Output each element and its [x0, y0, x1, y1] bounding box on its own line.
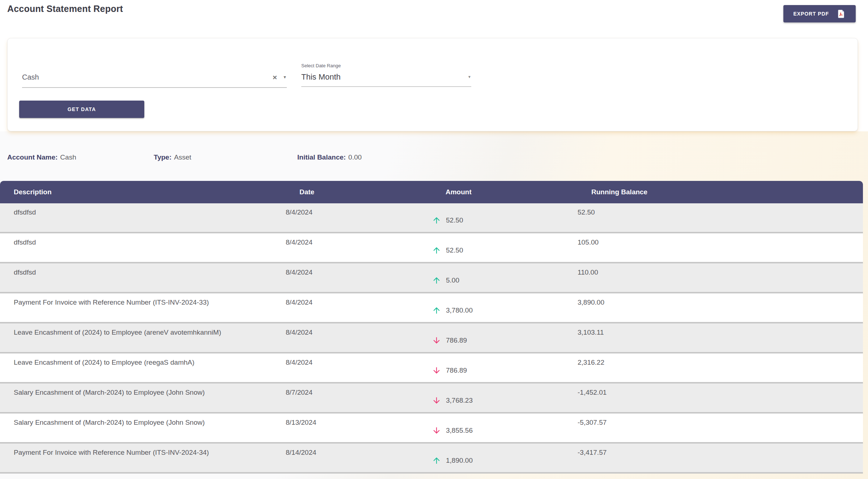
- description-cell: Salary Encashment of (March-2024) to Emp…: [0, 414, 286, 442]
- table-row: dfsdfsd 8/4/2024 52.50 52.50: [0, 203, 863, 233]
- get-data-button[interactable]: GET DATA: [19, 101, 144, 118]
- description-cell: dfsdfsd: [0, 203, 286, 232]
- table-row: dfsdfsd 8/4/2024 52.50 105.00: [0, 233, 863, 263]
- initial-balance-info: Initial Balance:0.00: [297, 153, 362, 161]
- arrow-up-icon: [432, 246, 441, 255]
- table-body: dfsdfsd 8/4/2024 52.50 52.50 dfsdfsd 8/4…: [0, 203, 863, 474]
- clear-icon[interactable]: ×: [273, 73, 277, 81]
- dropdown-caret-icon[interactable]: ▼: [283, 75, 287, 79]
- export-pdf-button[interactable]: EXPORT PDF: [783, 5, 856, 22]
- amount-cell: 786.89: [432, 335, 578, 346]
- account-name-label: Account Name:: [7, 153, 58, 161]
- statement-table: Description Date Amount Running Balance …: [0, 181, 863, 474]
- get-data-label: GET DATA: [68, 106, 96, 112]
- arrow-down-icon: [432, 396, 441, 405]
- date-cell: 8/7/2024: [286, 383, 432, 412]
- column-header-running-balance: Running Balance: [591, 188, 863, 196]
- arrow-up-icon: [432, 456, 441, 465]
- date-cell: 8/4/2024: [286, 203, 432, 232]
- filter-card: Cash × ▼ Select Date Range This Month ▼ …: [7, 38, 858, 131]
- arrow-down-icon: [432, 366, 441, 375]
- amount-cell: 1,890.00: [432, 455, 578, 466]
- page-title: Account Statement Report: [7, 4, 123, 14]
- column-header-amount: Amount: [446, 188, 591, 196]
- running-balance-cell: -3,417.57: [578, 444, 863, 472]
- date-range-field: Select Date Range This Month ▼: [301, 63, 471, 87]
- account-info-bar: Account Name:Cash Type:Asset Initial Bal…: [7, 153, 362, 161]
- amount-value: 5.00: [446, 276, 459, 284]
- date-range-label: Select Date Range: [301, 63, 471, 68]
- amount-cell: 786.89: [432, 365, 578, 376]
- description-cell: dfsdfsd: [0, 233, 286, 262]
- initial-balance-value: 0.00: [348, 153, 362, 161]
- amount-cell: 3,780.00: [432, 305, 578, 315]
- running-balance-cell: 3,103.11: [578, 323, 863, 352]
- description-cell: Salary Encashment of (March-2024) to Emp…: [0, 383, 286, 412]
- amount-value: 3,780.00: [446, 306, 473, 314]
- table-header-row: Description Date Amount Running Balance: [0, 181, 863, 203]
- amount-cell: 3,855.56: [432, 425, 578, 436]
- arrow-up-icon: [432, 216, 441, 225]
- arrow-down-icon: [432, 426, 441, 435]
- running-balance-cell: 2,316.22: [578, 353, 863, 382]
- date-cell: 8/4/2024: [286, 293, 432, 322]
- description-cell: Leave Encashment of (2024) to Employee (…: [0, 353, 286, 382]
- amount-value: 3,768.23: [446, 397, 473, 404]
- date-cell: 8/4/2024: [286, 323, 432, 352]
- dropdown-caret-icon: ▼: [468, 75, 471, 79]
- arrow-up-icon: [432, 306, 441, 315]
- date-range-value: This Month: [301, 72, 341, 82]
- date-cell: 8/4/2024: [286, 263, 432, 292]
- amount-value: 786.89: [446, 336, 467, 344]
- table-row: Payment For Invoice with Reference Numbe…: [0, 293, 863, 323]
- arrow-up-icon: [432, 276, 441, 285]
- column-header-description: Description: [0, 188, 299, 196]
- running-balance-cell: 3,890.00: [578, 293, 863, 322]
- description-cell: Payment For Invoice with Reference Numbe…: [0, 293, 286, 322]
- table-row: Salary Encashment of (March-2024) to Emp…: [0, 383, 863, 414]
- date-cell: 8/14/2024: [286, 444, 432, 472]
- date-range-select[interactable]: This Month ▼: [301, 72, 471, 87]
- amount-value: 3,855.56: [446, 427, 473, 435]
- amount-cell: 52.50: [432, 245, 578, 255]
- amount-cell: 5.00: [432, 275, 578, 285]
- running-balance-cell: 105.00: [578, 233, 863, 262]
- amount-cell: 52.50: [432, 215, 578, 225]
- account-select-value: Cash: [22, 73, 273, 81]
- table-row: Payment For Invoice with Reference Numbe…: [0, 444, 863, 474]
- table-row: Leave Encashment of (2024) to Employee (…: [0, 323, 863, 353]
- account-name-value: Cash: [60, 153, 76, 161]
- account-name-info: Account Name:Cash: [7, 153, 154, 161]
- account-type-info: Type:Asset: [154, 153, 297, 161]
- description-cell: dfsdfsd: [0, 263, 286, 292]
- description-cell: Leave Encashment of (2024) to Employee (…: [0, 323, 286, 352]
- table-row: Salary Encashment of (March-2024) to Emp…: [0, 414, 863, 444]
- table-row: Leave Encashment of (2024) to Employee (…: [0, 353, 863, 383]
- pdf-file-icon: [836, 9, 846, 18]
- running-balance-cell: 110.00: [578, 263, 863, 292]
- account-type-value: Asset: [174, 153, 191, 161]
- amount-value: 786.89: [446, 366, 467, 374]
- running-balance-cell: 52.50: [578, 203, 863, 232]
- date-cell: 8/4/2024: [286, 353, 432, 382]
- table-row: dfsdfsd 8/4/2024 5.00 110.00: [0, 263, 863, 293]
- description-cell: Payment For Invoice with Reference Numbe…: [0, 444, 286, 472]
- date-cell: 8/4/2024: [286, 233, 432, 262]
- amount-value: 1,890.00: [446, 457, 473, 465]
- amount-value: 52.50: [446, 216, 463, 224]
- export-pdf-label: EXPORT PDF: [793, 11, 829, 17]
- column-header-date: Date: [299, 188, 446, 196]
- date-cell: 8/13/2024: [286, 414, 432, 442]
- arrow-down-icon: [432, 336, 441, 345]
- initial-balance-label: Initial Balance:: [297, 153, 346, 161]
- account-type-label: Type:: [154, 153, 171, 161]
- running-balance-cell: -1,452.01: [578, 383, 863, 412]
- running-balance-cell: -5,307.57: [578, 414, 863, 442]
- account-select[interactable]: Cash × ▼: [22, 73, 287, 88]
- amount-value: 52.50: [446, 246, 463, 254]
- amount-cell: 3,768.23: [432, 395, 578, 406]
